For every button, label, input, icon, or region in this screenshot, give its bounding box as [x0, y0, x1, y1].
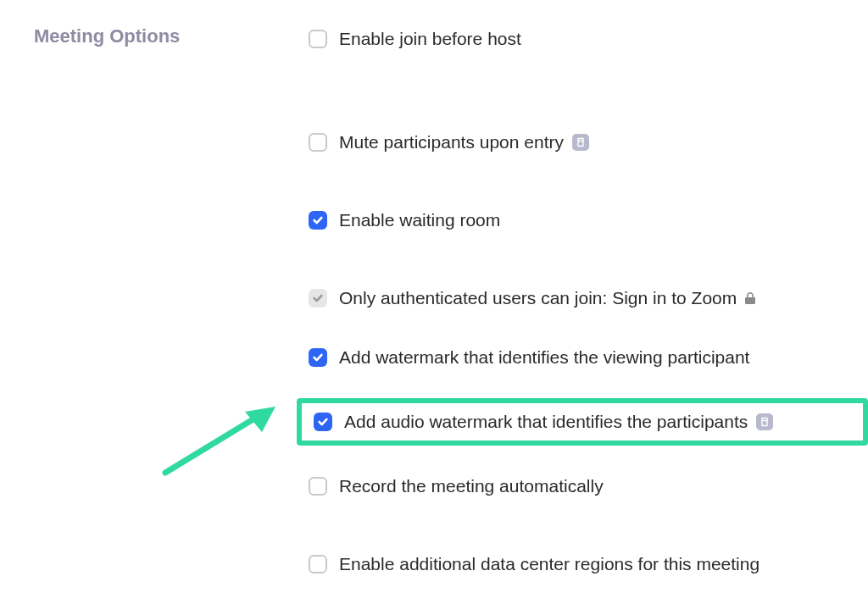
option-data-center-regions[interactable]: Enable additional data center regions fo…: [297, 546, 868, 583]
checkbox-add-audio-watermark[interactable]: [314, 413, 332, 431]
option-enable-waiting-room[interactable]: Enable waiting room: [297, 202, 868, 239]
check-icon: [312, 214, 324, 226]
checkbox-data-center-regions[interactable]: [309, 555, 327, 574]
check-icon: [312, 352, 324, 363]
section-title: Meeting Options: [34, 20, 297, 596]
checkbox-enable-join-before-host[interactable]: [309, 30, 327, 48]
option-label: Add watermark that identifies the viewin…: [339, 347, 749, 368]
option-enable-join-before-host[interactable]: Enable join before host: [297, 20, 868, 58]
option-label: Record the meeting automatically: [339, 476, 604, 496]
checkbox-add-watermark[interactable]: [309, 348, 327, 367]
option-label: Only authenticated users can join: Sign …: [339, 288, 737, 308]
option-label: Mute participants upon entry: [339, 132, 564, 152]
check-icon: [317, 416, 329, 428]
checkbox-enable-waiting-room[interactable]: [309, 211, 327, 230]
meeting-options-list: Enable join before host Mute participant…: [297, 20, 868, 596]
info-icon[interactable]: [756, 413, 773, 430]
option-authenticated-users: Only authenticated users can join: Sign …: [297, 280, 868, 317]
check-icon: [312, 292, 324, 304]
option-label: Add audio watermark that identifies the …: [344, 412, 748, 432]
option-label: Enable additional data center regions fo…: [339, 554, 760, 574]
option-mute-participants[interactable]: Mute participants upon entry: [297, 124, 868, 161]
option-add-audio-watermark[interactable]: Add audio watermark that identifies the …: [297, 398, 868, 446]
option-record-automatically[interactable]: Record the meeting automatically: [297, 468, 868, 505]
option-label: Enable waiting room: [339, 210, 500, 230]
checkbox-mute-participants[interactable]: [309, 133, 327, 152]
checkbox-record-automatically[interactable]: [309, 477, 327, 496]
checkbox-authenticated-users: [309, 289, 327, 308]
option-add-watermark[interactable]: Add watermark that identifies the viewin…: [297, 339, 868, 376]
lock-icon: [745, 292, 755, 304]
option-label: Enable join before host: [339, 29, 521, 49]
info-icon[interactable]: [572, 134, 589, 151]
